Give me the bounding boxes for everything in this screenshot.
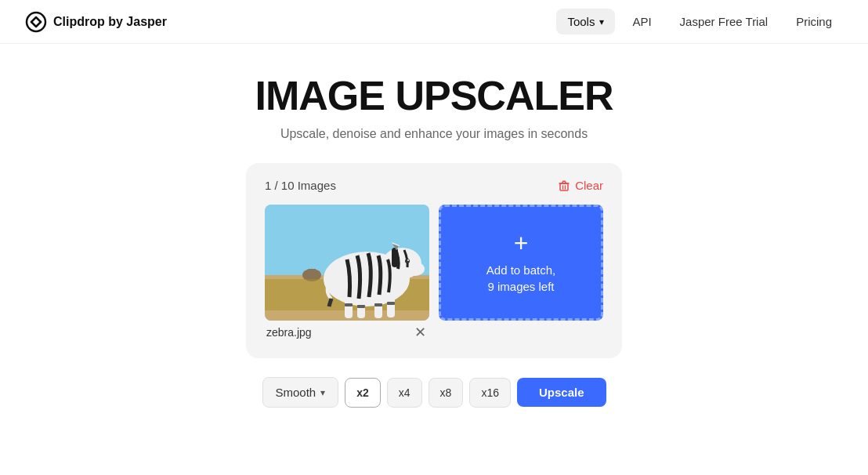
add-batch-plus-icon: + <box>514 230 529 256</box>
clear-label: Clear <box>575 179 603 192</box>
svg-rect-17 <box>345 303 353 306</box>
pricing-link[interactable]: Pricing <box>785 9 843 34</box>
nav-links: Tools ▾ API Jasper Free Trial Pricing <box>556 9 843 34</box>
logo: Clipdrop by Jasper <box>25 11 167 33</box>
logo-text: Clipdrop by Jasper <box>53 15 167 29</box>
toolbar: Smooth ▾ x2 x4 x8 x16 Upscale <box>262 377 606 408</box>
upscale-button[interactable]: Upscale <box>517 378 606 407</box>
tools-label: Tools <box>567 15 595 28</box>
zebra-image <box>265 205 429 321</box>
image-card: zebra.jpg ✕ <box>265 205 429 339</box>
svg-point-11 <box>405 259 410 263</box>
main-content: IMAGE UPSCALER Upscale, denoise and enha… <box>0 44 868 408</box>
svg-rect-1 <box>560 183 568 190</box>
svg-rect-20 <box>387 302 395 305</box>
logo-icon <box>25 11 47 33</box>
upload-container: 1 / 10 Images Clear <box>246 163 622 358</box>
scale-x4-button[interactable]: x4 <box>387 378 422 408</box>
smooth-dropdown-button[interactable]: Smooth ▾ <box>262 377 339 408</box>
page-subtitle: Upscale, denoise and enhance your images… <box>280 127 588 141</box>
api-link[interactable]: API <box>621 9 662 34</box>
clear-button[interactable]: Clear <box>558 179 603 192</box>
svg-rect-16 <box>387 297 395 317</box>
svg-rect-19 <box>374 303 382 306</box>
chevron-down-icon: ▾ <box>599 16 604 27</box>
svg-rect-15 <box>374 299 382 318</box>
add-batch-card[interactable]: + Add to batch, 9 images left <box>439 205 603 321</box>
images-row: zebra.jpg ✕ + Add to batch, 9 images lef… <box>265 205 603 339</box>
smooth-label: Smooth <box>276 386 316 399</box>
chevron-down-icon: ▾ <box>320 387 325 398</box>
remove-image-button[interactable]: ✕ <box>413 325 428 339</box>
navbar: Clipdrop by Jasper Tools ▾ API Jasper Fr… <box>0 0 868 44</box>
image-thumbnail <box>265 205 429 321</box>
trial-link[interactable]: Jasper Free Trial <box>669 9 779 34</box>
trash-icon <box>558 179 570 192</box>
scale-x16-button[interactable]: x16 <box>469 378 511 408</box>
svg-point-0 <box>27 13 45 31</box>
svg-rect-5 <box>307 269 316 278</box>
tools-button[interactable]: Tools ▾ <box>556 9 615 34</box>
svg-rect-18 <box>357 305 365 308</box>
image-count: 1 / 10 Images <box>265 179 336 192</box>
add-batch-text: Add to batch, 9 images left <box>486 262 555 295</box>
page-title: IMAGE UPSCALER <box>255 72 613 119</box>
scale-x8-button[interactable]: x8 <box>429 378 464 408</box>
scale-x2-button[interactable]: x2 <box>345 378 381 408</box>
svg-rect-13 <box>345 299 353 318</box>
image-filename: zebra.jpg <box>266 326 312 339</box>
svg-point-12 <box>407 259 409 261</box>
upload-header: 1 / 10 Images Clear <box>265 179 603 192</box>
svg-rect-14 <box>357 300 365 318</box>
image-filename-row: zebra.jpg ✕ <box>265 325 429 339</box>
